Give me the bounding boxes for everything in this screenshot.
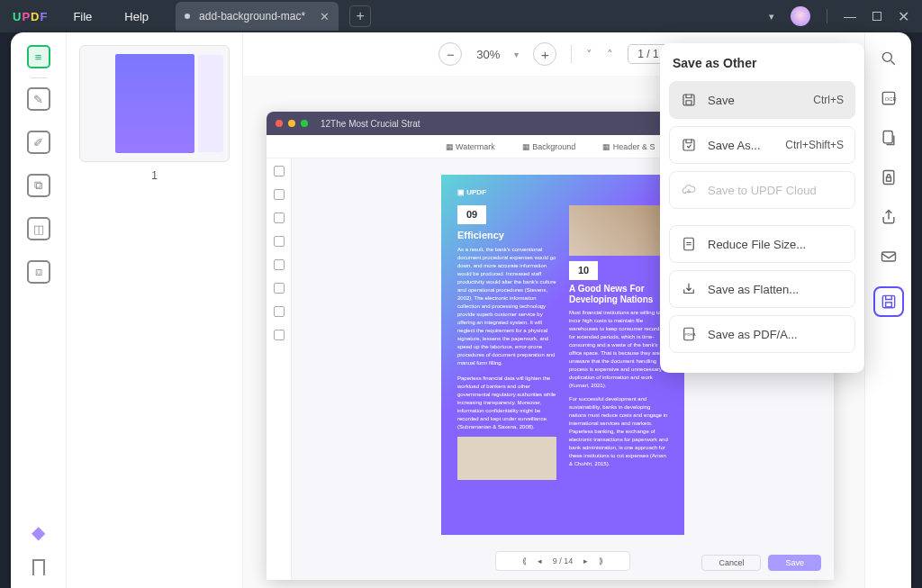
svg-rect-11	[686, 101, 692, 105]
body-text: Most financial institutions are willing …	[569, 309, 668, 390]
document-page: ▣ UPDF 09 Efficiency As a result, the ba…	[441, 175, 684, 535]
svg-rect-13	[684, 238, 694, 250]
section-heading: Efficiency	[457, 228, 556, 243]
body-text: As a result, the bank's conventional doc…	[457, 246, 556, 367]
zoom-dropdown-icon[interactable]: ▾	[514, 50, 519, 59]
convert-icon[interactable]	[879, 128, 899, 148]
content-image	[569, 205, 668, 256]
thumbnail-page-number: 1	[79, 169, 230, 182]
menu-help[interactable]: Help	[124, 10, 149, 23]
inner-tab-header[interactable]: ▦ Header & S	[602, 142, 655, 151]
ocr-icon[interactable]: OCR	[879, 88, 899, 108]
svg-point-0	[882, 52, 891, 61]
section-number: 09	[457, 205, 486, 224]
right-tool-rail: OCR	[864, 32, 911, 588]
zoom-out-button[interactable]: −	[438, 42, 462, 66]
edit-icon[interactable]: ✐	[27, 131, 50, 154]
window-minimize[interactable]: —	[844, 9, 856, 23]
tools-icon[interactable]: ⧈	[27, 260, 50, 284]
search-icon[interactable]	[879, 49, 899, 68]
left-tool-rail: ≡ ✎ ✐ ⧉ ◫ ⧈ ◆	[11, 32, 67, 588]
thumbnails-panel: 1	[67, 32, 243, 588]
section-heading: A Good News For Developing Nations	[569, 284, 668, 305]
inner-page-nav[interactable]: ⟪◂9 / 14▸⟫	[495, 551, 630, 571]
menu-file[interactable]: File	[73, 10, 92, 23]
bookmark-icon[interactable]	[32, 559, 45, 575]
reader-icon[interactable]: ≡	[27, 45, 50, 68]
body-text: For successful development and sustainab…	[569, 395, 668, 468]
svg-rect-12	[683, 140, 694, 150]
svg-rect-7	[881, 252, 895, 261]
popover-item-save-as[interactable]: Save As... Ctrl+Shift+S	[669, 126, 855, 164]
organize-icon[interactable]: ⧉	[27, 174, 50, 197]
window-maximize[interactable]	[872, 9, 881, 23]
chevron-down-icon[interactable]: ▾	[769, 11, 774, 23]
inner-tab-background[interactable]: ▦ Background	[522, 142, 576, 151]
document-tab[interactable]: add-background-mac* ✕	[176, 2, 339, 31]
prev-page-icon[interactable]: ˅	[586, 48, 592, 61]
app-surface: ≡ ✎ ✐ ⧉ ◫ ⧈ ◆ 1 − 30% ▾ + ˅ ˄ 1 / 1	[11, 32, 911, 588]
body-text: Paperless financial data will lighten th…	[457, 375, 556, 431]
content-image	[457, 437, 556, 480]
new-tab-button[interactable]: +	[349, 5, 371, 27]
app-logo: UPDF	[13, 10, 48, 23]
save-icon[interactable]	[873, 286, 904, 317]
protect-icon[interactable]	[879, 167, 899, 187]
popover-item-save[interactable]: Save Ctrl+S	[669, 81, 855, 119]
popover-item-pdfa[interactable]: PDF/A Save as PDF/A...	[669, 315, 855, 353]
crop-icon[interactable]: ◫	[27, 217, 50, 240]
close-tab-icon[interactable]: ✕	[320, 10, 330, 23]
avatar[interactable]	[791, 6, 810, 26]
inner-tab-watermark[interactable]: ▦ Watermark	[446, 142, 495, 151]
section-number: 10	[569, 261, 598, 280]
layers-icon[interactable]: ◆	[32, 521, 45, 543]
zoom-value[interactable]: 30%	[476, 48, 500, 61]
email-icon[interactable]	[879, 247, 899, 267]
svg-rect-10	[683, 95, 694, 105]
popover-item-reduce[interactable]: Reduce File Size...	[669, 225, 855, 263]
inner-save-button[interactable]: Save	[768, 555, 821, 571]
svg-rect-6	[886, 177, 890, 181]
menu-bar: File Help	[73, 10, 149, 23]
save-as-other-popover: Save as Other Save Ctrl+S Save As... Ctr…	[660, 43, 864, 373]
svg-text:OCR: OCR	[884, 96, 896, 102]
popover-item-save-cloud[interactable]: Save to UPDF Cloud	[669, 171, 855, 209]
zoom-in-button[interactable]: +	[533, 42, 556, 66]
svg-rect-9	[885, 303, 891, 307]
inner-window-title: 12The Most Crucial Strat	[321, 119, 420, 129]
title-bar: UPDF File Help add-background-mac* ✕ + ▾…	[0, 0, 922, 32]
svg-text:PDF/A: PDF/A	[685, 332, 696, 337]
svg-rect-4	[883, 131, 892, 143]
popover-item-flatten[interactable]: Save as Flatten...	[669, 270, 855, 308]
page-thumbnail[interactable]	[79, 45, 230, 162]
svg-rect-8	[882, 295, 894, 307]
popover-title: Save as Other	[673, 56, 852, 70]
tab-title: add-background-mac*	[199, 10, 305, 23]
inner-cancel-button[interactable]: Cancel	[701, 555, 761, 571]
share-icon[interactable]	[879, 207, 899, 227]
next-page-icon[interactable]: ˄	[607, 48, 613, 61]
comment-icon[interactable]: ✎	[27, 87, 50, 111]
svg-line-1	[890, 61, 894, 65]
window-close[interactable]: ✕	[898, 8, 909, 25]
tab-indicator-icon	[185, 14, 190, 19]
